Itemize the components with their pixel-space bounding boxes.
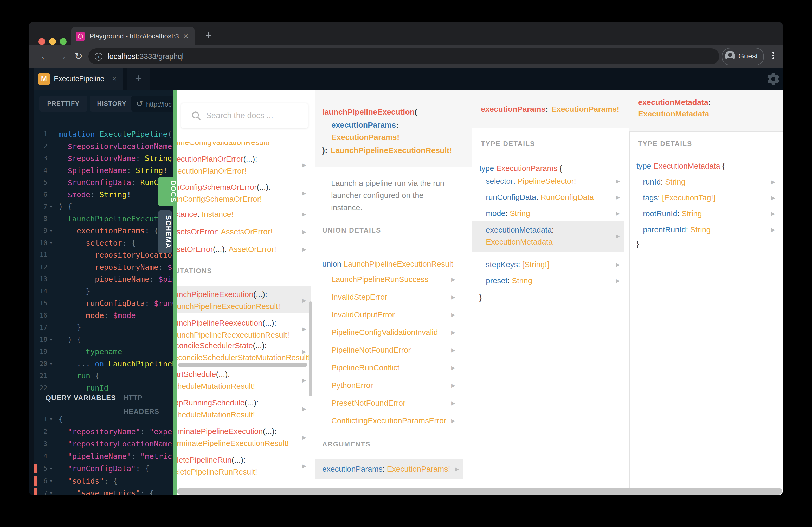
type-title-band: executionParams:ExecutionParams!	[472, 90, 629, 128]
field-row[interactable]: rootRunId: String	[643, 208, 702, 220]
expand-arrow-icon[interactable]: ▶	[302, 209, 306, 219]
union-member[interactable]: LaunchPipelineRunSuccess	[331, 273, 429, 285]
expand-arrow-icon[interactable]: ▶	[302, 404, 306, 414]
union-member[interactable]: PipelineConfigValidationInvalid	[331, 326, 438, 338]
settings-gear-icon[interactable]	[766, 72, 781, 86]
session-tab[interactable]: M ExecutePipeline ×	[34, 67, 123, 90]
field-row[interactable]: preset: String	[486, 275, 532, 287]
expand-arrow-icon[interactable]: ▶	[302, 432, 306, 442]
profile-button[interactable]: Guest	[722, 48, 764, 65]
field-row[interactable]: runConfigData: RunConfigData	[486, 191, 594, 203]
docs-item-text: deletePipelineRun(...):	[177, 454, 246, 466]
fold-arrow-icon[interactable]: ▾	[49, 487, 53, 495]
variables-line: 2 "repositoryName": "exper	[34, 426, 173, 438]
expand-arrow-icon[interactable]: ▶	[616, 192, 620, 202]
field-row[interactable]: executionMetadata:	[486, 224, 554, 236]
expand-arrow-icon[interactable]: ▶	[451, 380, 455, 391]
expand-arrow-icon[interactable]: ▶	[302, 375, 306, 386]
browser-tab[interactable]: ⬡ Playground - http://localhost:3 ×	[71, 27, 194, 45]
zoom-window-button[interactable]	[60, 38, 67, 45]
argument-row-text: executionParams: ExecutionParams!	[322, 463, 450, 475]
union-member[interactable]: ConflictingExecutionParamsError	[331, 415, 446, 427]
field-signature-band: launchPipelineExecution( executionParams…	[315, 90, 472, 167]
tab-docs[interactable]: DOCS	[158, 177, 177, 206]
query-editor-pane[interactable]: PRETTIFY HISTORY ↺http://loc 1mutation E…	[34, 90, 173, 495]
close-tab-icon[interactable]: ×	[183, 27, 188, 45]
expand-arrow-icon[interactable]: ▶	[451, 345, 455, 355]
docs-column-type-executionmetadata: executionMetadata: ExecutionMetadata TYP…	[629, 90, 783, 495]
expand-arrow-icon[interactable]: ▶	[302, 295, 306, 305]
tab-schema[interactable]: SCHEMA	[158, 210, 172, 253]
expand-arrow-icon[interactable]: ▶	[771, 193, 775, 203]
graphql-playground-favicon-icon: ⬡	[76, 32, 85, 41]
docs-horizontal-scrollbar[interactable]	[177, 488, 782, 495]
variables-editor-lines[interactable]: 1▾{2 "repositoryName": "exper3 "reposito…	[34, 90, 173, 495]
close-session-icon[interactable]: ×	[112, 67, 117, 90]
expand-arrow-icon[interactable]: ▶	[302, 160, 306, 170]
docs-item-text: assetsOrError: AssetsOrError!	[177, 226, 272, 238]
playground-tab-bar: M ExecutePipeline × +	[29, 67, 783, 90]
site-info-icon[interactable]: i	[95, 53, 102, 61]
field-row[interactable]: selector: PipelineSelector!	[486, 175, 576, 187]
line-number: 2	[34, 426, 47, 438]
forward-icon[interactable]: →	[57, 45, 67, 67]
docs-item-text: startSchedule(...):	[177, 368, 230, 380]
union-member[interactable]: PipelineNotFoundError	[331, 344, 411, 356]
field-row[interactable]: stepKeys: [String!]	[486, 259, 549, 271]
minimize-window-button[interactable]	[49, 38, 56, 45]
expand-arrow-icon[interactable]: ▶	[771, 177, 775, 187]
expand-arrow-icon[interactable]: ▶	[302, 244, 306, 254]
new-tab-button[interactable]: +	[201, 27, 216, 45]
expand-arrow-icon[interactable]: ▶	[451, 310, 455, 320]
docs-column-field: launchPipelineExecution( executionParams…	[315, 90, 472, 495]
vertical-scrollbar[interactable]	[309, 301, 313, 396]
expand-arrow-icon[interactable]: ▶	[451, 327, 455, 337]
docs-item-text: terminatePipelineExecution(...):	[177, 425, 277, 437]
docs-item-text: ScheduleMutationResult!	[177, 409, 255, 421]
docs-item-text: RunConfigSchemaOrError!	[177, 193, 262, 205]
expand-arrow-icon[interactable]: ▶	[451, 274, 455, 285]
expand-arrow-icon[interactable]: ▶	[616, 208, 620, 219]
variables-line: 6▾ "solids": {	[34, 475, 173, 487]
expand-arrow-icon[interactable]: ▶	[771, 208, 775, 219]
expand-arrow-icon[interactable]: ▶	[451, 292, 455, 302]
fold-arrow-icon[interactable]: ▾	[49, 413, 53, 425]
expand-arrow-icon[interactable]: ▶	[451, 416, 455, 426]
fold-arrow-icon[interactable]: ▾	[49, 463, 53, 475]
field-row[interactable]: parentRunId: String	[643, 224, 711, 236]
union-member[interactable]: PresetNotFoundError	[331, 397, 405, 409]
docs-search-input[interactable]: Search the docs ...	[181, 103, 308, 128]
expand-arrow-icon[interactable]: ▶	[451, 362, 455, 373]
expand-arrow-icon[interactable]: ▶	[616, 259, 620, 270]
browser-menu-icon[interactable]	[772, 51, 774, 63]
address-bar[interactable]: i localhost:3333/graphql	[88, 48, 719, 64]
close-window-button[interactable]	[39, 38, 45, 45]
expand-arrow-icon[interactable]: ▶	[302, 188, 306, 198]
reload-icon[interactable]: ↻	[74, 45, 83, 67]
docs-item-text: assetOrError(...): AssetOrError!	[177, 243, 276, 255]
horizontal-scrollbar[interactable]	[178, 363, 307, 367]
fold-arrow-icon[interactable]: ▾	[49, 475, 53, 487]
expand-arrow-icon[interactable]: ▶	[616, 275, 620, 286]
union-member[interactable]: PythonError	[331, 379, 373, 391]
line-number: 3	[34, 438, 47, 450]
new-session-button[interactable]: +	[128, 67, 149, 90]
field-row[interactable]: tags: [ExecutionTag!]	[643, 192, 715, 204]
union-member[interactable]: PipelineRunConflict	[331, 362, 400, 374]
union-member[interactable]: InvalidOutputError	[331, 309, 394, 321]
expand-arrow-icon[interactable]: ▶	[616, 176, 620, 186]
union-member[interactable]: InvalidStepError	[331, 291, 387, 303]
back-icon[interactable]: ←	[40, 45, 50, 67]
docs-item-text: TerminatePipelineExecutionResult!	[177, 437, 289, 449]
field-row[interactable]: mode: String	[486, 207, 530, 219]
expand-arrow-icon[interactable]: ▶	[455, 464, 459, 474]
expand-arrow-icon[interactable]: ▶	[771, 225, 775, 235]
docs-item-text: DeletePipelineRunResult!	[177, 466, 257, 478]
expand-arrow-icon[interactable]: ▶	[302, 346, 306, 357]
expand-arrow-icon[interactable]: ▶	[302, 461, 306, 471]
field-row[interactable]: runId: String	[643, 176, 685, 188]
expand-arrow-icon[interactable]: ▶	[616, 231, 620, 241]
expand-arrow-icon[interactable]: ▶	[302, 227, 306, 237]
expand-arrow-icon[interactable]: ▶	[451, 398, 455, 408]
expand-arrow-icon[interactable]: ▶	[302, 324, 306, 334]
